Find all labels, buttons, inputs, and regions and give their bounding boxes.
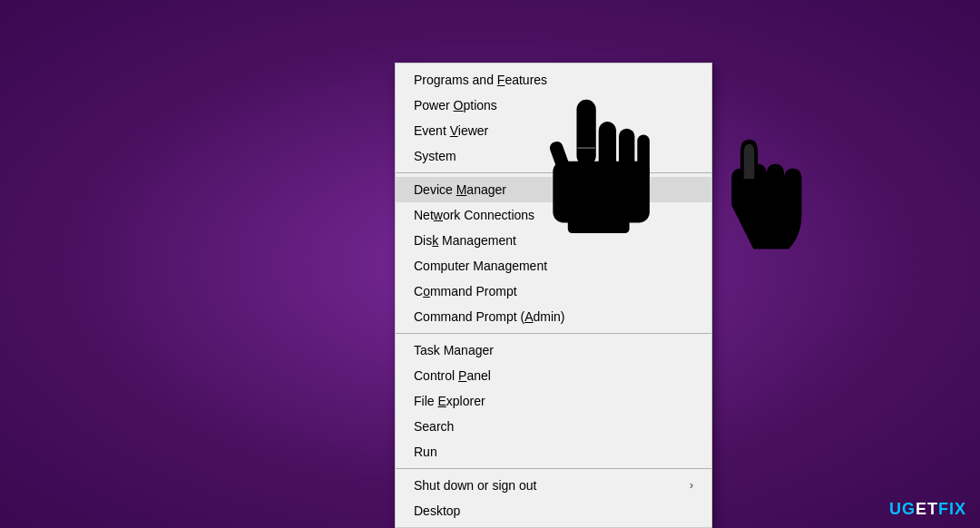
menu-item-command-prompt-admin[interactable]: Command Prompt (Admin): [396, 304, 711, 329]
watermark-prefix: UG: [889, 500, 916, 518]
menu-item-label: Search: [414, 419, 454, 434]
menu-item-label: Control Panel: [414, 368, 491, 383]
menu-item-search[interactable]: Search: [396, 414, 711, 439]
menu-item-label: Event Viewer: [414, 123, 488, 138]
menu-item-label: System: [414, 149, 456, 163]
watermark: UGETFIX: [889, 500, 966, 519]
menu-item-label: Computer Management: [414, 259, 547, 273]
menu-section-3: Task Manager Control Panel File Explorer…: [396, 334, 711, 469]
menu-item-shut-down[interactable]: Shut down or sign out ›: [396, 473, 711, 498]
menu-item-desktop[interactable]: Desktop: [396, 498, 711, 523]
menu-item-label: Power Options: [414, 98, 497, 112]
menu-item-control-panel[interactable]: Control Panel: [396, 363, 711, 388]
menu-item-label: Task Manager: [414, 343, 494, 357]
menu-item-label: Command Prompt: [414, 284, 517, 298]
menu-item-label: Network Connections: [414, 208, 534, 222]
menu-section-4: Shut down or sign out › Desktop: [396, 469, 711, 527]
menu-item-command-prompt[interactable]: Command Prompt: [396, 279, 711, 304]
menu-section-1: Programs and Features Power Options Even…: [396, 64, 711, 173]
menu-item-device-manager[interactable]: Device Manager: [396, 177, 711, 202]
menu-item-label: Desktop: [414, 504, 460, 518]
menu-item-power-options[interactable]: Power Options: [396, 93, 711, 118]
menu-item-label: Device Manager: [414, 182, 506, 197]
menu-item-task-manager[interactable]: Task Manager: [396, 337, 711, 363]
menu-item-label: File Explorer: [414, 394, 485, 408]
menu-item-event-viewer[interactable]: Event Viewer: [396, 118, 711, 143]
hand-cursor-icon: [703, 135, 821, 262]
menu-item-disk-management[interactable]: Disk Management: [396, 228, 711, 253]
menu-item-label: Run: [414, 445, 437, 459]
menu-item-system[interactable]: System: [396, 143, 711, 169]
menu-item-network-connections[interactable]: Network Connections: [396, 202, 711, 228]
menu-section-2: Device Manager Network Connections Disk …: [396, 173, 711, 334]
context-menu: Programs and Features Power Options Even…: [395, 63, 712, 528]
menu-item-file-explorer[interactable]: File Explorer: [396, 388, 711, 414]
menu-item-label: Programs and Features: [414, 73, 547, 87]
menu-item-label: Command Prompt (Admin): [414, 309, 565, 324]
menu-item-label: Disk Management: [414, 233, 516, 248]
watermark-get: ET: [916, 500, 938, 518]
menu-item-programs-features[interactable]: Programs and Features: [396, 67, 711, 93]
watermark-fix: FIX: [938, 500, 966, 518]
menu-item-run[interactable]: Run: [396, 439, 711, 464]
menu-item-computer-management[interactable]: Computer Management: [396, 253, 711, 279]
menu-item-label: Shut down or sign out: [414, 478, 536, 493]
submenu-arrow-icon: ›: [690, 479, 693, 492]
context-menu-wrapper: Programs and Features Power Options Even…: [395, 63, 712, 528]
